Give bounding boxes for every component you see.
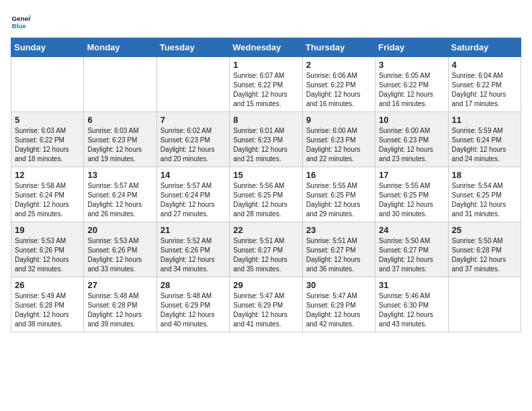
day-number: 19 <box>15 225 80 235</box>
logo-icon: General Blue <box>11 11 31 31</box>
day-info: Sunrise: 5:47 AM Sunset: 6:29 PM Dayligh… <box>306 291 371 329</box>
calendar-day-cell: 16Sunrise: 5:55 AM Sunset: 6:25 PM Dayli… <box>302 167 375 222</box>
calendar-day-cell: 24Sunrise: 5:50 AM Sunset: 6:27 PM Dayli… <box>375 222 448 277</box>
day-info: Sunrise: 5:56 AM Sunset: 6:25 PM Dayligh… <box>233 181 298 219</box>
day-info: Sunrise: 5:49 AM Sunset: 6:28 PM Dayligh… <box>15 291 80 329</box>
calendar-day-cell: 22Sunrise: 5:51 AM Sunset: 6:27 PM Dayli… <box>230 222 302 277</box>
calendar-day-cell: 30Sunrise: 5:47 AM Sunset: 6:29 PM Dayli… <box>302 277 375 332</box>
calendar-day-cell: 20Sunrise: 5:53 AM Sunset: 6:26 PM Dayli… <box>84 222 157 277</box>
day-number: 15 <box>233 170 298 180</box>
calendar-day-cell: 8Sunrise: 6:01 AM Sunset: 6:23 PM Daylig… <box>230 112 302 167</box>
calendar-week-row: 26Sunrise: 5:49 AM Sunset: 6:28 PM Dayli… <box>11 277 521 332</box>
weekday-header: Monday <box>84 38 157 57</box>
calendar-day-cell: 12Sunrise: 5:58 AM Sunset: 6:24 PM Dayli… <box>11 167 84 222</box>
day-number: 1 <box>233 60 298 70</box>
calendar-day-cell: 18Sunrise: 5:54 AM Sunset: 6:25 PM Dayli… <box>448 167 521 222</box>
page-header: General Blue <box>11 11 521 31</box>
day-number: 3 <box>379 60 444 70</box>
calendar-day-cell: 28Sunrise: 5:48 AM Sunset: 6:29 PM Dayli… <box>157 277 229 332</box>
calendar-day-cell: 10Sunrise: 6:00 AM Sunset: 6:23 PM Dayli… <box>375 112 448 167</box>
calendar-day-cell: 6Sunrise: 6:03 AM Sunset: 6:23 PM Daylig… <box>84 112 157 167</box>
calendar-week-row: 1Sunrise: 6:07 AM Sunset: 6:22 PM Daylig… <box>11 57 521 112</box>
weekday-header: Friday <box>375 38 448 57</box>
day-info: Sunrise: 5:54 AM Sunset: 6:25 PM Dayligh… <box>452 181 517 219</box>
day-info: Sunrise: 5:50 AM Sunset: 6:27 PM Dayligh… <box>379 236 444 274</box>
day-info: Sunrise: 5:57 AM Sunset: 6:24 PM Dayligh… <box>161 181 226 219</box>
day-number: 20 <box>87 225 152 235</box>
calendar-day-cell: 13Sunrise: 5:57 AM Sunset: 6:24 PM Dayli… <box>84 167 157 222</box>
day-info: Sunrise: 6:03 AM Sunset: 6:23 PM Dayligh… <box>87 126 152 164</box>
calendar-day-cell: 1Sunrise: 6:07 AM Sunset: 6:22 PM Daylig… <box>230 57 302 112</box>
svg-text:Blue: Blue <box>12 22 27 30</box>
day-info: Sunrise: 6:07 AM Sunset: 6:22 PM Dayligh… <box>233 71 298 109</box>
day-info: Sunrise: 6:03 AM Sunset: 6:22 PM Dayligh… <box>15 126 80 164</box>
day-info: Sunrise: 5:50 AM Sunset: 6:28 PM Dayligh… <box>452 236 517 274</box>
weekday-header: Sunday <box>11 38 84 57</box>
day-number: 16 <box>306 170 371 180</box>
day-info: Sunrise: 5:46 AM Sunset: 6:30 PM Dayligh… <box>379 291 444 329</box>
day-number: 4 <box>452 60 517 70</box>
calendar-day-cell: 23Sunrise: 5:51 AM Sunset: 6:27 PM Dayli… <box>302 222 375 277</box>
day-info: Sunrise: 5:57 AM Sunset: 6:24 PM Dayligh… <box>87 181 152 219</box>
day-number: 13 <box>87 170 152 180</box>
calendar-day-cell: 15Sunrise: 5:56 AM Sunset: 6:25 PM Dayli… <box>230 167 302 222</box>
calendar-week-row: 5Sunrise: 6:03 AM Sunset: 6:22 PM Daylig… <box>11 112 521 167</box>
day-info: Sunrise: 6:02 AM Sunset: 6:23 PM Dayligh… <box>161 126 226 164</box>
day-number: 10 <box>379 115 444 125</box>
day-number: 29 <box>233 280 298 290</box>
day-number: 14 <box>161 170 226 180</box>
day-info: Sunrise: 5:55 AM Sunset: 6:25 PM Dayligh… <box>306 181 371 219</box>
calendar-day-cell <box>11 57 84 112</box>
day-info: Sunrise: 5:52 AM Sunset: 6:26 PM Dayligh… <box>161 236 226 274</box>
calendar-day-cell: 27Sunrise: 5:48 AM Sunset: 6:28 PM Dayli… <box>84 277 157 332</box>
weekday-header: Saturday <box>448 38 521 57</box>
calendar-day-cell: 3Sunrise: 6:05 AM Sunset: 6:22 PM Daylig… <box>375 57 448 112</box>
day-number: 27 <box>87 280 152 290</box>
day-info: Sunrise: 5:48 AM Sunset: 6:28 PM Dayligh… <box>87 291 152 329</box>
calendar-day-cell: 29Sunrise: 5:47 AM Sunset: 6:29 PM Dayli… <box>230 277 302 332</box>
day-info: Sunrise: 6:05 AM Sunset: 6:22 PM Dayligh… <box>379 71 444 109</box>
day-number: 9 <box>306 115 371 125</box>
day-number: 17 <box>379 170 444 180</box>
day-info: Sunrise: 5:51 AM Sunset: 6:27 PM Dayligh… <box>306 236 371 274</box>
calendar-week-row: 12Sunrise: 5:58 AM Sunset: 6:24 PM Dayli… <box>11 167 521 222</box>
day-number: 2 <box>306 60 371 70</box>
calendar-week-row: 19Sunrise: 5:53 AM Sunset: 6:26 PM Dayli… <box>11 222 521 277</box>
day-number: 18 <box>452 170 517 180</box>
day-number: 21 <box>161 225 226 235</box>
day-number: 26 <box>15 280 80 290</box>
day-number: 12 <box>15 170 80 180</box>
day-number: 5 <box>15 115 80 125</box>
day-number: 24 <box>379 225 444 235</box>
calendar-day-cell: 19Sunrise: 5:53 AM Sunset: 6:26 PM Dayli… <box>11 222 84 277</box>
day-number: 25 <box>452 225 517 235</box>
calendar-day-cell: 14Sunrise: 5:57 AM Sunset: 6:24 PM Dayli… <box>157 167 229 222</box>
day-info: Sunrise: 6:00 AM Sunset: 6:23 PM Dayligh… <box>306 126 371 164</box>
calendar-day-cell: 2Sunrise: 6:06 AM Sunset: 6:22 PM Daylig… <box>302 57 375 112</box>
day-number: 11 <box>452 115 517 125</box>
day-info: Sunrise: 5:53 AM Sunset: 6:26 PM Dayligh… <box>15 236 80 274</box>
day-number: 23 <box>306 225 371 235</box>
day-number: 7 <box>161 115 226 125</box>
day-info: Sunrise: 5:47 AM Sunset: 6:29 PM Dayligh… <box>233 291 298 329</box>
weekday-header: Tuesday <box>157 38 229 57</box>
calendar-day-cell: 31Sunrise: 5:46 AM Sunset: 6:30 PM Dayli… <box>375 277 448 332</box>
calendar-day-cell <box>448 277 521 332</box>
day-info: Sunrise: 5:48 AM Sunset: 6:29 PM Dayligh… <box>161 291 226 329</box>
calendar-day-cell <box>84 57 157 112</box>
logo: General Blue <box>11 11 34 31</box>
calendar-day-cell: 21Sunrise: 5:52 AM Sunset: 6:26 PM Dayli… <box>157 222 229 277</box>
day-number: 22 <box>233 225 298 235</box>
calendar-header-row: SundayMondayTuesdayWednesdayThursdayFrid… <box>11 38 521 57</box>
calendar-table: SundayMondayTuesdayWednesdayThursdayFrid… <box>11 38 521 332</box>
calendar-day-cell <box>157 57 229 112</box>
day-number: 31 <box>379 280 444 290</box>
day-info: Sunrise: 5:53 AM Sunset: 6:26 PM Dayligh… <box>87 236 152 274</box>
day-info: Sunrise: 6:04 AM Sunset: 6:22 PM Dayligh… <box>452 71 517 109</box>
calendar-day-cell: 11Sunrise: 5:59 AM Sunset: 6:24 PM Dayli… <box>448 112 521 167</box>
calendar-day-cell: 25Sunrise: 5:50 AM Sunset: 6:28 PM Dayli… <box>448 222 521 277</box>
day-info: Sunrise: 5:51 AM Sunset: 6:27 PM Dayligh… <box>233 236 298 274</box>
day-info: Sunrise: 5:58 AM Sunset: 6:24 PM Dayligh… <box>15 181 80 219</box>
calendar-day-cell: 17Sunrise: 5:55 AM Sunset: 6:25 PM Dayli… <box>375 167 448 222</box>
day-info: Sunrise: 6:00 AM Sunset: 6:23 PM Dayligh… <box>379 126 444 164</box>
